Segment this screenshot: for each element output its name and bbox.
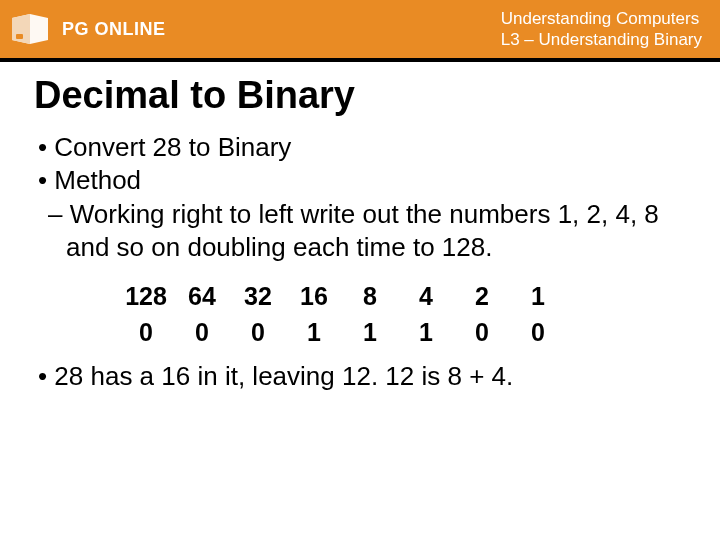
sub-bullet-working: Working right to left write out the numb… [48, 198, 692, 265]
pv-1: 1 [510, 278, 566, 314]
brand-pg: PG [62, 19, 89, 39]
bit-4: 1 [398, 314, 454, 350]
book-icon [10, 12, 52, 46]
bit-8: 1 [342, 314, 398, 350]
bullet-method: Method Working right to left write out t… [38, 164, 692, 264]
bit-2: 0 [454, 314, 510, 350]
course-title: Understanding Computers [501, 8, 702, 29]
pv-64: 64 [174, 278, 230, 314]
header-bar: PG ONLINE Understanding Computers L3 – U… [0, 0, 720, 58]
pv-2: 2 [454, 278, 510, 314]
slide-title: Decimal to Binary [34, 74, 692, 117]
bit-16: 1 [286, 314, 342, 350]
place-value-row: 128 64 32 16 8 4 2 1 [118, 278, 566, 314]
brand-online: ONLINE [89, 19, 166, 39]
header-titles: Understanding Computers L3 – Understandi… [501, 8, 702, 51]
brand-text: PG ONLINE [62, 19, 166, 40]
bit-row: 0 0 0 1 1 1 0 0 [118, 314, 566, 350]
sub-bullet-explain: 28 has a 16 in it, leaving 12. 12 is 8 +… [38, 360, 692, 393]
lesson-title: L3 – Understanding Binary [501, 29, 702, 50]
pv-4: 4 [398, 278, 454, 314]
pv-32: 32 [230, 278, 286, 314]
bit-64: 0 [174, 314, 230, 350]
brand-block: PG ONLINE [0, 12, 166, 46]
svg-marker-1 [12, 14, 30, 44]
binary-table: 128 64 32 16 8 4 2 1 0 0 0 1 1 1 0 [118, 278, 692, 350]
bullet-list: Convert 28 to Binary Method Working righ… [28, 131, 692, 393]
pv-16: 16 [286, 278, 342, 314]
svg-rect-2 [16, 34, 23, 39]
pv-128: 128 [118, 278, 174, 314]
bit-1: 0 [510, 314, 566, 350]
slide-content: Decimal to Binary Convert 28 to Binary M… [0, 62, 720, 393]
bullet-convert: Convert 28 to Binary [38, 131, 692, 164]
bit-128: 0 [118, 314, 174, 350]
bit-32: 0 [230, 314, 286, 350]
pv-8: 8 [342, 278, 398, 314]
